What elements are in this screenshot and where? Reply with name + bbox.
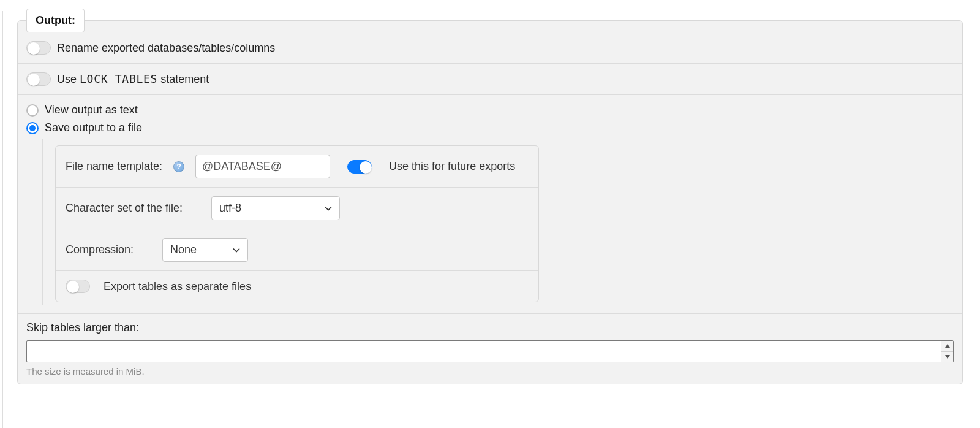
file-options-table: File name template: ? Use this for futur… (55, 145, 539, 302)
charset-value: utf-8 (219, 202, 241, 215)
compression-value: None (170, 243, 197, 256)
lock-suffix: statement (157, 73, 209, 85)
save-to-file-subgroup: File name template: ? Use this for futur… (42, 139, 954, 305)
compression-label: Compression: (66, 243, 151, 256)
export-separate-toggle[interactable] (66, 280, 90, 293)
skip-tables-hint: The size is measured in MiB. (26, 366, 954, 376)
left-rule (2, 11, 3, 428)
charset-row: Character set of the file: utf-8 (56, 187, 538, 229)
lock-tables-toggle[interactable] (26, 72, 51, 86)
quantity-stepper (941, 341, 953, 362)
future-exports-label: Use this for future exports (389, 160, 515, 173)
export-separate-row: Export tables as separate files (56, 270, 538, 302)
skip-tables-input[interactable] (27, 341, 941, 362)
view-as-text-radio[interactable] (26, 104, 39, 117)
charset-label: Character set of the file: (66, 202, 200, 215)
help-icon[interactable]: ? (173, 161, 184, 172)
skip-tables-label: Skip tables larger than: (26, 321, 954, 334)
stepper-down-button[interactable] (941, 352, 953, 362)
lock-prefix: Use (57, 73, 80, 85)
compression-select[interactable]: None (162, 238, 248, 262)
compression-row: Compression: None (56, 229, 538, 270)
skip-tables-input-wrap (26, 340, 954, 362)
output-fieldset: Output: Rename exported databases/tables… (17, 9, 963, 384)
rename-row: Rename exported databases/tables/columns (18, 32, 962, 63)
rename-label: Rename exported databases/tables/columns (57, 42, 275, 55)
rename-toggle[interactable] (26, 41, 51, 55)
export-separate-label: Export tables as separate files (104, 280, 251, 293)
lock-tables-row: Use LOCK TABLES statement (18, 63, 962, 94)
filename-template-row: File name template: ? Use this for futur… (56, 146, 538, 187)
lock-tables-label: Use LOCK TABLES statement (57, 72, 209, 86)
skip-tables-section: Skip tables larger than: The size is mea… (18, 313, 962, 384)
chevron-down-icon (233, 246, 240, 254)
output-legend: Output: (26, 9, 85, 32)
save-to-file-radio[interactable] (26, 122, 39, 134)
view-as-text-label: View output as text (45, 104, 138, 117)
future-exports-toggle[interactable] (347, 160, 372, 174)
lock-code: LOCK TABLES (80, 72, 157, 85)
charset-select[interactable]: utf-8 (211, 196, 340, 220)
save-to-file-option[interactable]: Save output to a file (26, 121, 954, 134)
stepper-up-button[interactable] (941, 341, 953, 352)
save-to-file-label: Save output to a file (45, 121, 142, 134)
chevron-down-icon (325, 205, 332, 212)
output-destination-group: View output as text Save output to a fil… (18, 94, 962, 313)
filename-template-input[interactable] (195, 155, 330, 178)
view-as-text-option[interactable]: View output as text (26, 104, 954, 117)
filename-template-label: File name template: (66, 160, 162, 173)
